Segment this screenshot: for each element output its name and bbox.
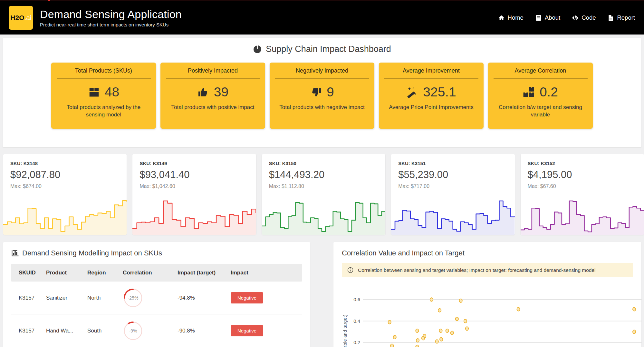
table-row: K3157 Hand Wa... South -9% -90.8% Negati…: [11, 314, 302, 347]
sku-total-value: $93,041.40: [139, 169, 249, 181]
cell-skuid: K3157: [19, 328, 46, 334]
kpi-card-negatively-impacted: Negatively Impacted 9 Total products wit…: [270, 63, 374, 129]
sku-id-label: SKU: K3151: [398, 161, 507, 166]
negative-impact-badge: Negative: [231, 325, 263, 336]
correlation-value: -25%: [123, 288, 143, 308]
kpi-divider: [166, 78, 260, 79]
header-title-block: Demand Sensing Application Predict near-…: [40, 8, 182, 27]
sku-id-label: SKU: K3150: [269, 161, 378, 166]
table-row: K3157 Sanitizer North -25% -94.8% Negati…: [11, 282, 302, 314]
app-title: Demand Sensing Application: [40, 8, 182, 21]
sku-card-k3150: SKU: K3150 $144,493.20 Max: $1,112.80: [262, 154, 385, 235]
kpi-title: Average Improvement: [379, 67, 484, 74]
kpi-title: Positively Impacted: [160, 67, 265, 74]
dashboard-title-row: Supply Chain Impact Dashboard: [3, 44, 641, 54]
app-subtitle: Predict near-real time short term impact…: [40, 22, 182, 27]
kpi-card-total-products: Total Products (SKUs) 48 Total products …: [51, 63, 156, 129]
sku-card-k3152: SKU: K3152 $4,195.00 Max: $67.60: [521, 154, 644, 235]
kpi-value: 39: [214, 84, 229, 100]
kpi-value: 325.1: [423, 84, 456, 100]
sku-max-value: Max: $1,042.60: [139, 183, 249, 189]
sku-max-value: Max: $1,112.80: [269, 183, 378, 189]
kpi-card-average-improvement: Average Improvement 325.1 Average Price …: [379, 63, 484, 129]
correlation-chart-panel: Correlation Value and Impact on Target C…: [333, 242, 641, 347]
kpi-card-positively-impacted: Positively Impacted 39 Total products wi…: [160, 63, 265, 129]
impact-table: SKUID Product Region Correlation Impact …: [11, 264, 302, 347]
col-impact-target: Impact (target): [178, 270, 231, 276]
col-region: Region: [87, 270, 123, 276]
nav-report[interactable]: Report: [607, 14, 635, 21]
svg-text:0.6: 0.6: [353, 297, 360, 302]
col-product: Product: [46, 270, 87, 276]
correlation-gauge: -9%: [123, 321, 143, 341]
report-file-icon: [607, 15, 614, 21]
app-header: H2O.ai Demand Sensing Application Predic…: [0, 1, 644, 35]
impact-panel-title-row: Demand Sensing Modelling Impact on SKUs: [11, 249, 302, 257]
impact-table-header: SKUID Product Region Correlation Impact …: [11, 264, 302, 282]
correlation-panel-title-row: Correlation Value and Impact on Target: [342, 249, 633, 257]
sku-max-value: Max: $717.00: [398, 183, 507, 189]
sku-id-label: SKU: K3152: [528, 161, 637, 166]
thumbs-up-icon: [197, 86, 209, 98]
sku-sparkline-chart: [3, 197, 127, 235]
sku-total-value: $55,239.00: [398, 169, 507, 181]
col-impact: Impact: [231, 270, 294, 276]
main-nav: Home About Code Report: [498, 14, 635, 21]
kpi-divider: [57, 78, 151, 79]
info-icon: [347, 267, 354, 273]
cell-region: South: [87, 328, 123, 334]
correlation-scatter-chart: 0.60.40.2: [351, 282, 644, 347]
nav-about-label: About: [545, 14, 560, 21]
impact-panel-title: Demand Sensing Modelling Impact on SKUs: [22, 249, 162, 257]
correlation-value: -9%: [123, 321, 143, 341]
sku-total-value: $144,493.20: [269, 169, 378, 181]
magic-wand-icon: [406, 86, 418, 98]
correlation-gauge: -25%: [123, 288, 143, 308]
logo-text-h2o: H2O: [10, 14, 24, 22]
sku-total-value: $92,087.80: [10, 169, 120, 181]
svg-text:0.4: 0.4: [353, 318, 360, 324]
negative-impact-badge: Negative: [231, 292, 263, 303]
h2o-logo[interactable]: H2O.ai: [9, 6, 33, 30]
scatter-chart-area: riable and target) 0.60.40.2: [342, 282, 633, 347]
kpi-divider: [275, 78, 369, 79]
sku-max-value: Max: $674.00: [10, 183, 120, 189]
home-icon: [498, 15, 505, 21]
sku-card-k3151: SKU: K3151 $55,239.00 Max: $717.00: [391, 154, 514, 235]
sku-sparkline-chart: [132, 197, 256, 235]
kpi-value: 9: [327, 84, 334, 100]
supply-chain-dashboard-panel: Supply Chain Impact Dashboard Total Prod…: [3, 38, 641, 147]
kpi-description: Total products analyzed by the sensing m…: [51, 104, 156, 119]
nav-code[interactable]: Code: [572, 14, 596, 21]
pie-chart-icon: [253, 45, 262, 54]
book-icon: [535, 15, 542, 21]
dashboard-title: Supply Chain Impact Dashboard: [266, 44, 391, 54]
kpi-title: Average Correlation: [488, 67, 593, 74]
sku-total-value: $4,195.00: [528, 169, 637, 181]
scatter-y-axis-label: riable and target): [342, 314, 348, 347]
sku-sparkline-chart: [262, 197, 385, 235]
cell-skuid: K3157: [19, 295, 46, 301]
kpi-value: 48: [105, 84, 120, 100]
info-banner: Correlation between sensing and target v…: [342, 263, 633, 277]
sku-id-label: SKU: K3148: [10, 161, 120, 166]
kpi-description: Average Price Point Improvements: [379, 104, 484, 111]
impact-table-panel: Demand Sensing Modelling Impact on SKUs …: [3, 242, 310, 347]
nav-code-label: Code: [582, 14, 596, 21]
bar-chart-icon: [11, 249, 19, 257]
nav-about[interactable]: About: [535, 14, 560, 21]
kpi-divider: [494, 78, 588, 79]
col-skuid: SKUID: [19, 270, 46, 276]
sku-card-k3148: SKU: K3148 $92,087.80 Max: $674.00: [3, 154, 127, 235]
cell-impact-target: -94.8%: [178, 295, 231, 301]
svg-text:0.2: 0.2: [353, 340, 360, 345]
box-icon: [88, 86, 100, 98]
kpi-title: Negatively Impacted: [270, 67, 374, 74]
nav-report-label: Report: [617, 14, 635, 21]
sku-cards-row: SKU: K3148 $92,087.80 Max: $674.00 SKU: …: [3, 154, 644, 235]
nav-home-label: Home: [508, 14, 524, 21]
nav-home[interactable]: Home: [498, 14, 524, 21]
sku-sparkline-chart: [521, 197, 644, 235]
kpi-card-row: Total Products (SKUs) 48 Total products …: [3, 63, 641, 129]
kpi-card-average-correlation: Average Correlation 0.2 Correlation b/w …: [488, 63, 593, 129]
